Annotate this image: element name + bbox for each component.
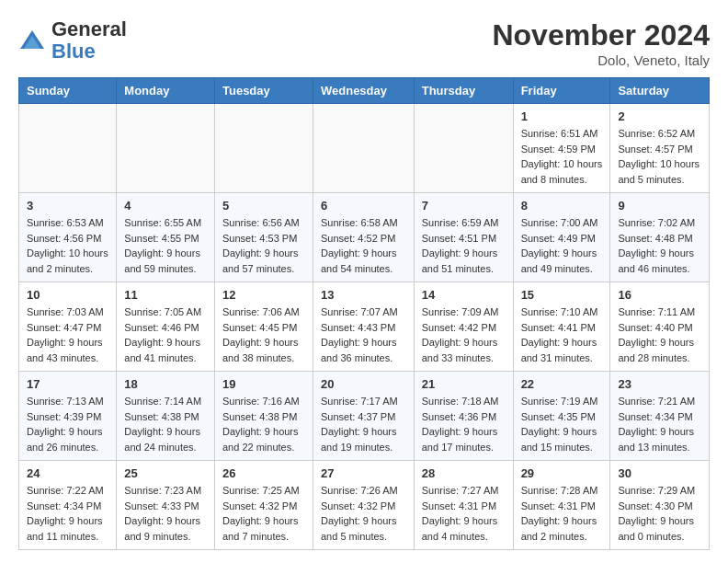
calendar-cell: 12Sunrise: 7:06 AM Sunset: 4:45 PM Dayli… bbox=[214, 282, 313, 372]
calendar-cell: 1Sunrise: 6:51 AM Sunset: 4:59 PM Daylig… bbox=[513, 104, 610, 193]
day-info: Sunrise: 6:51 AM Sunset: 4:59 PM Dayligh… bbox=[521, 126, 603, 187]
calendar-cell: 14Sunrise: 7:09 AM Sunset: 4:42 PM Dayli… bbox=[414, 282, 513, 372]
day-number: 11 bbox=[124, 288, 207, 302]
weekday-header-row: SundayMondayTuesdayWednesdayThursdayFrid… bbox=[19, 78, 710, 104]
weekday-header: Tuesday bbox=[214, 78, 313, 104]
day-number: 28 bbox=[422, 466, 506, 480]
calendar-cell: 30Sunrise: 7:29 AM Sunset: 4:30 PM Dayli… bbox=[610, 461, 710, 550]
day-info: Sunrise: 7:10 AM Sunset: 4:41 PM Dayligh… bbox=[521, 304, 603, 365]
calendar-cell: 15Sunrise: 7:10 AM Sunset: 4:41 PM Dayli… bbox=[513, 282, 610, 372]
day-info: Sunrise: 7:29 AM Sunset: 4:30 PM Dayligh… bbox=[618, 483, 701, 544]
day-info: Sunrise: 7:19 AM Sunset: 4:35 PM Dayligh… bbox=[521, 394, 603, 454]
day-number: 15 bbox=[521, 288, 603, 302]
day-info: Sunrise: 7:16 AM Sunset: 4:38 PM Dayligh… bbox=[222, 394, 305, 454]
day-number: 30 bbox=[618, 466, 701, 480]
day-number: 7 bbox=[422, 199, 506, 213]
calendar-cell: 23Sunrise: 7:21 AM Sunset: 4:34 PM Dayli… bbox=[610, 372, 710, 461]
calendar-row: 10Sunrise: 7:03 AM Sunset: 4:47 PM Dayli… bbox=[19, 282, 710, 372]
day-info: Sunrise: 7:17 AM Sunset: 4:37 PM Dayligh… bbox=[321, 394, 406, 454]
calendar-cell: 22Sunrise: 7:19 AM Sunset: 4:35 PM Dayli… bbox=[513, 372, 610, 461]
day-info: Sunrise: 7:09 AM Sunset: 4:42 PM Dayligh… bbox=[422, 304, 506, 365]
month-title: November 2024 bbox=[492, 18, 710, 52]
day-info: Sunrise: 7:21 AM Sunset: 4:34 PM Dayligh… bbox=[618, 394, 701, 454]
calendar-cell: 17Sunrise: 7:13 AM Sunset: 4:39 PM Dayli… bbox=[19, 372, 117, 461]
calendar-cell bbox=[313, 104, 414, 193]
logo-icon bbox=[18, 27, 46, 54]
calendar-cell: 3Sunrise: 6:53 AM Sunset: 4:56 PM Daylig… bbox=[19, 193, 117, 282]
day-info: Sunrise: 7:14 AM Sunset: 4:38 PM Dayligh… bbox=[124, 394, 207, 454]
weekday-header: Sunday bbox=[19, 78, 117, 104]
day-number: 23 bbox=[618, 377, 701, 391]
calendar-cell: 2Sunrise: 6:52 AM Sunset: 4:57 PM Daylig… bbox=[610, 104, 710, 193]
day-number: 1 bbox=[521, 109, 603, 123]
calendar-row: 17Sunrise: 7:13 AM Sunset: 4:39 PM Dayli… bbox=[19, 372, 710, 461]
page-header: General Blue November 2024 Dolo, Veneto,… bbox=[18, 18, 710, 68]
day-info: Sunrise: 7:03 AM Sunset: 4:47 PM Dayligh… bbox=[27, 304, 108, 365]
day-number: 26 bbox=[222, 466, 305, 480]
calendar-cell bbox=[214, 104, 313, 193]
day-number: 13 bbox=[321, 288, 406, 302]
calendar-cell: 27Sunrise: 7:26 AM Sunset: 4:32 PM Dayli… bbox=[313, 461, 414, 550]
day-number: 18 bbox=[124, 377, 207, 391]
calendar-cell bbox=[117, 104, 215, 193]
weekday-header: Friday bbox=[513, 78, 610, 104]
calendar-cell: 28Sunrise: 7:27 AM Sunset: 4:31 PM Dayli… bbox=[414, 461, 513, 550]
calendar-cell: 13Sunrise: 7:07 AM Sunset: 4:43 PM Dayli… bbox=[313, 282, 414, 372]
weekday-header: Monday bbox=[117, 78, 215, 104]
title-block: November 2024 Dolo, Veneto, Italy bbox=[492, 18, 710, 68]
calendar-cell: 8Sunrise: 7:00 AM Sunset: 4:49 PM Daylig… bbox=[513, 193, 610, 282]
day-number: 22 bbox=[521, 377, 603, 391]
day-number: 20 bbox=[321, 377, 406, 391]
day-info: Sunrise: 6:52 AM Sunset: 4:57 PM Dayligh… bbox=[618, 126, 701, 187]
calendar-cell: 7Sunrise: 6:59 AM Sunset: 4:51 PM Daylig… bbox=[414, 193, 513, 282]
day-number: 21 bbox=[422, 377, 506, 391]
calendar-row: 3Sunrise: 6:53 AM Sunset: 4:56 PM Daylig… bbox=[19, 193, 710, 282]
day-number: 8 bbox=[521, 199, 603, 213]
calendar-cell: 21Sunrise: 7:18 AM Sunset: 4:36 PM Dayli… bbox=[414, 372, 513, 461]
day-info: Sunrise: 7:06 AM Sunset: 4:45 PM Dayligh… bbox=[222, 304, 305, 365]
logo-text: General Blue bbox=[51, 18, 127, 63]
calendar-cell bbox=[414, 104, 513, 193]
day-number: 27 bbox=[321, 466, 406, 480]
day-info: Sunrise: 7:18 AM Sunset: 4:36 PM Dayligh… bbox=[422, 394, 506, 454]
day-info: Sunrise: 7:28 AM Sunset: 4:31 PM Dayligh… bbox=[521, 483, 603, 544]
calendar-cell: 19Sunrise: 7:16 AM Sunset: 4:38 PM Dayli… bbox=[214, 372, 313, 461]
calendar-row: 24Sunrise: 7:22 AM Sunset: 4:34 PM Dayli… bbox=[19, 461, 710, 550]
calendar-cell: 5Sunrise: 6:56 AM Sunset: 4:53 PM Daylig… bbox=[214, 193, 313, 282]
day-number: 5 bbox=[222, 199, 305, 213]
weekday-header: Thursday bbox=[414, 78, 513, 104]
calendar-cell: 11Sunrise: 7:05 AM Sunset: 4:46 PM Dayli… bbox=[117, 282, 215, 372]
day-info: Sunrise: 7:00 AM Sunset: 4:49 PM Dayligh… bbox=[521, 215, 603, 276]
calendar-cell: 20Sunrise: 7:17 AM Sunset: 4:37 PM Dayli… bbox=[313, 372, 414, 461]
day-number: 16 bbox=[618, 288, 701, 302]
day-info: Sunrise: 7:23 AM Sunset: 4:33 PM Dayligh… bbox=[124, 483, 207, 544]
calendar-cell: 9Sunrise: 7:02 AM Sunset: 4:48 PM Daylig… bbox=[610, 193, 710, 282]
location: Dolo, Veneto, Italy bbox=[492, 52, 710, 68]
calendar-cell: 16Sunrise: 7:11 AM Sunset: 4:40 PM Dayli… bbox=[610, 282, 710, 372]
day-number: 19 bbox=[222, 377, 305, 391]
day-number: 3 bbox=[27, 199, 108, 213]
day-info: Sunrise: 7:05 AM Sunset: 4:46 PM Dayligh… bbox=[124, 304, 207, 365]
calendar-cell: 29Sunrise: 7:28 AM Sunset: 4:31 PM Dayli… bbox=[513, 461, 610, 550]
calendar-cell: 18Sunrise: 7:14 AM Sunset: 4:38 PM Dayli… bbox=[117, 372, 215, 461]
day-info: Sunrise: 6:58 AM Sunset: 4:52 PM Dayligh… bbox=[321, 215, 406, 276]
calendar-cell: 4Sunrise: 6:55 AM Sunset: 4:55 PM Daylig… bbox=[117, 193, 215, 282]
day-number: 29 bbox=[521, 466, 603, 480]
day-number: 24 bbox=[27, 466, 108, 480]
day-number: 14 bbox=[422, 288, 506, 302]
day-info: Sunrise: 7:07 AM Sunset: 4:43 PM Dayligh… bbox=[321, 304, 406, 365]
day-info: Sunrise: 7:26 AM Sunset: 4:32 PM Dayligh… bbox=[321, 483, 406, 544]
weekday-header: Wednesday bbox=[313, 78, 414, 104]
day-number: 17 bbox=[27, 377, 108, 391]
calendar-cell: 10Sunrise: 7:03 AM Sunset: 4:47 PM Dayli… bbox=[19, 282, 117, 372]
day-info: Sunrise: 7:25 AM Sunset: 4:32 PM Dayligh… bbox=[222, 483, 305, 544]
day-info: Sunrise: 7:02 AM Sunset: 4:48 PM Dayligh… bbox=[618, 215, 701, 276]
day-info: Sunrise: 6:59 AM Sunset: 4:51 PM Dayligh… bbox=[422, 215, 506, 276]
day-number: 9 bbox=[618, 199, 701, 213]
calendar-cell: 6Sunrise: 6:58 AM Sunset: 4:52 PM Daylig… bbox=[313, 193, 414, 282]
calendar-cell: 26Sunrise: 7:25 AM Sunset: 4:32 PM Dayli… bbox=[214, 461, 313, 550]
day-number: 2 bbox=[618, 109, 701, 123]
day-info: Sunrise: 6:55 AM Sunset: 4:55 PM Dayligh… bbox=[124, 215, 207, 276]
calendar-table: SundayMondayTuesdayWednesdayThursdayFrid… bbox=[18, 77, 710, 550]
day-info: Sunrise: 7:11 AM Sunset: 4:40 PM Dayligh… bbox=[618, 304, 701, 365]
